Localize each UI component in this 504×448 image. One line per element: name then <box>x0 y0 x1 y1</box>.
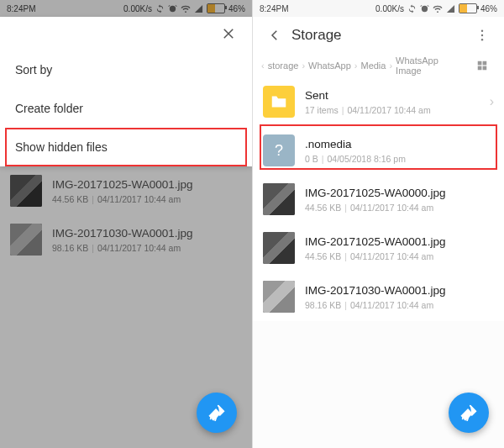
file-row[interactable]: IMG-20171030-WA0001.jpg 98.16 KB|04/11/2… <box>253 272 504 321</box>
alarm-icon <box>420 4 429 13</box>
menu-create-folder[interactable]: Create folder <box>0 89 252 128</box>
svg-point-2 <box>481 39 483 40</box>
view-mode-button[interactable] <box>469 52 496 79</box>
unknown-file-icon: ? <box>263 134 295 166</box>
file-name: IMG-20171030-WA0001.jpg <box>305 283 494 298</box>
page-title: Storage <box>291 27 342 44</box>
overflow-button[interactable] <box>469 22 496 49</box>
image-thumbnail <box>263 281 295 313</box>
left-pane: 8:24PM 0.00K/s 46% IMG-20171025-WA0001.j… <box>0 0 252 448</box>
fab-clean-button[interactable] <box>449 393 489 433</box>
close-icon <box>221 26 236 41</box>
file-meta: 98.16 KB|04/11/2017 10:44 am <box>305 300 494 310</box>
file-meta: 0 B|04/05/2018 8:16 pm <box>305 154 494 164</box>
app-header: Storage <box>253 17 504 54</box>
folder-icon <box>263 86 295 118</box>
file-row[interactable]: IMG-20171025-WA0000.jpg 44.56 KB|04/11/2… <box>253 175 504 224</box>
grid-icon <box>476 60 488 71</box>
file-name: Sent <box>305 88 490 103</box>
menu-sort-by[interactable]: Sort by <box>0 50 252 89</box>
options-menu: Sort by Create folder Show hidden files <box>0 17 252 166</box>
breadcrumb-item[interactable]: WhatsApp <box>308 61 351 71</box>
breadcrumb[interactable]: ‹ storage › WhatsApp › Media › WhatsApp … <box>253 54 504 77</box>
file-meta: 44.56 KB|04/11/2017 10:44 am <box>305 251 494 261</box>
svg-point-1 <box>481 34 483 36</box>
sync-icon <box>407 4 417 13</box>
broom-icon <box>207 403 226 422</box>
svg-rect-6 <box>483 66 487 71</box>
menu-show-hidden-files[interactable]: Show hidden files <box>0 128 252 166</box>
svg-rect-4 <box>483 61 487 66</box>
more-vert-icon <box>475 28 490 43</box>
svg-rect-5 <box>478 66 482 71</box>
image-thumbnail <box>263 183 295 215</box>
file-list: Sent 17 items|04/11/2017 10:44 am › ? .n… <box>253 77 504 321</box>
status-net-speed: 0.00K/s <box>375 4 404 13</box>
breadcrumb-item[interactable]: Media <box>360 61 386 71</box>
status-time: 8:24PM <box>260 4 288 13</box>
battery-icon <box>459 3 477 13</box>
svg-rect-3 <box>478 61 482 66</box>
image-thumbnail <box>263 232 295 264</box>
chevron-right-icon: › <box>490 94 494 109</box>
status-battery-pct: 46% <box>480 4 497 13</box>
file-meta: 17 items|04/11/2017 10:44 am <box>305 105 490 115</box>
signal-icon <box>446 4 455 13</box>
file-row[interactable]: IMG-20171025-WA0001.jpg 44.56 KB|04/11/2… <box>253 224 504 272</box>
breadcrumb-item[interactable]: WhatsApp Image <box>396 55 465 76</box>
file-meta: 44.56 KB|04/11/2017 10:44 am <box>305 203 494 213</box>
fab-clean-button[interactable] <box>197 393 237 433</box>
close-button[interactable] <box>215 20 242 47</box>
breadcrumb-item[interactable]: storage <box>268 61 299 71</box>
chevron-left-icon: ‹ <box>261 61 265 71</box>
back-button[interactable] <box>261 22 288 49</box>
wifi-icon <box>433 4 443 13</box>
file-name: .nomedia <box>305 137 494 152</box>
status-bar: 8:24PM 0.00K/s 46% <box>253 0 504 17</box>
svg-point-0 <box>481 30 483 32</box>
file-name: IMG-20171025-WA0001.jpg <box>305 235 494 250</box>
broom-icon <box>459 403 478 422</box>
right-pane: 8:24PM 0.00K/s 46% Storage ‹ <box>252 0 504 448</box>
file-name: IMG-20171025-WA0000.jpg <box>305 186 494 201</box>
file-row[interactable]: ? .nomedia 0 B|04/05/2018 8:16 pm <box>253 126 504 175</box>
folder-row[interactable]: Sent 17 items|04/11/2017 10:44 am › <box>253 77 504 126</box>
chevron-left-icon <box>267 28 282 43</box>
